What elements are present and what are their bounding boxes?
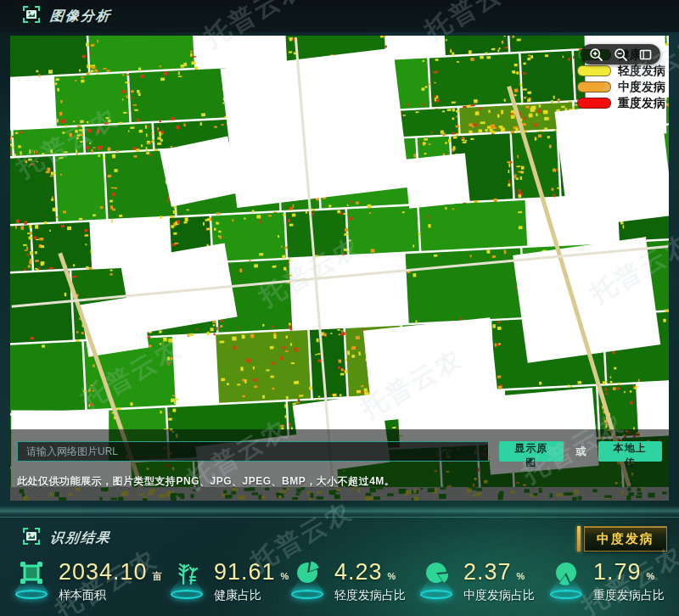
stat-pedestal bbox=[12, 560, 51, 599]
zoom-in-button[interactable] bbox=[586, 45, 606, 64]
badge-accent-bar bbox=[577, 526, 581, 552]
stat-value: 2.37 bbox=[463, 560, 512, 584]
pedestal-ellipse bbox=[15, 590, 48, 599]
map-panel: 健康 轻度发病 中度发病 重度发病 bbox=[10, 36, 669, 501]
show-original-button[interactable]: 显示原图 bbox=[499, 441, 563, 462]
reset-view-icon bbox=[638, 48, 653, 62]
stat-pedestal bbox=[288, 560, 327, 599]
stat-label: 轻度发病占比 bbox=[334, 588, 406, 603]
results-header: 识别结果 中度发病 bbox=[0, 519, 679, 557]
pedestal-ellipse bbox=[420, 590, 452, 599]
stat-unit: 亩 bbox=[153, 570, 162, 583]
stat-pedestal bbox=[167, 560, 206, 599]
zoom-reset-button[interactable] bbox=[635, 45, 655, 64]
stat-sample-area: 2034.10 亩 样本面积 bbox=[12, 560, 162, 603]
legend-item-severe: 重度发病 bbox=[577, 95, 665, 111]
pedestal-ellipse bbox=[291, 590, 323, 599]
stat-label: 中度发病占比 bbox=[463, 588, 535, 603]
stat-unit: % bbox=[647, 571, 655, 581]
legend-item-moderate: 中度发病 bbox=[577, 79, 665, 95]
results-title: 识别结果 bbox=[49, 529, 112, 547]
badge-label: 中度发病 bbox=[584, 526, 667, 552]
stat-moderate-pct: 2.37 % 中度发病占比 bbox=[417, 560, 535, 603]
overall-status-badge: 中度发病 bbox=[577, 526, 667, 552]
stats-row: 2034.10 亩 样本面积 bbox=[0, 557, 679, 616]
pedestal-ellipse bbox=[171, 590, 203, 599]
stat-label: 样本面积 bbox=[59, 588, 162, 603]
upload-note: 此处仅供功能展示，图片类型支持PNG、JPG、JPEG、BMP，大小不超过4M。 bbox=[17, 474, 662, 489]
map-zoom-toolbar bbox=[581, 44, 660, 64]
stat-label: 重度发病占比 bbox=[593, 588, 665, 603]
legend-label: 中度发病 bbox=[618, 80, 665, 95]
stat-mild-pct: 4.23 % 轻度发病占比 bbox=[288, 560, 406, 603]
image-analysis-header: 图像分析 bbox=[0, 0, 679, 32]
stat-value: 2034.10 bbox=[59, 560, 148, 584]
stat-pedestal bbox=[547, 560, 586, 599]
stat-unit: % bbox=[517, 571, 525, 581]
zoom-in-icon bbox=[589, 48, 603, 62]
stat-value: 1.79 bbox=[593, 560, 642, 584]
stat-severe-pct: 1.79 % 重度发病占比 bbox=[547, 560, 665, 603]
legend-swatch-moderate bbox=[577, 81, 611, 92]
stat-healthy-pct: 91.61 % 健康占比 bbox=[167, 560, 289, 603]
zoom-out-icon bbox=[614, 48, 628, 62]
legend-label: 轻度发病 bbox=[618, 64, 665, 79]
image-url-input[interactable] bbox=[17, 441, 489, 462]
legend-item-mild: 轻度发病 bbox=[577, 63, 665, 79]
picture-frame-icon bbox=[22, 5, 41, 27]
section-divider bbox=[0, 506, 679, 518]
legend-swatch-severe bbox=[577, 98, 611, 109]
page-title: 图像分析 bbox=[49, 8, 112, 25]
upload-overlay: 显示原图 或 本地上传 此处仅供功能展示，图片类型支持PNG、JPG、JPEG、… bbox=[10, 429, 669, 501]
stat-value: 91.61 bbox=[214, 560, 276, 584]
legend-swatch-mild bbox=[577, 65, 611, 76]
zoom-out-button[interactable] bbox=[610, 45, 631, 64]
pedestal-ellipse bbox=[550, 590, 582, 599]
stat-label: 健康占比 bbox=[214, 588, 289, 603]
stat-pedestal bbox=[417, 560, 456, 599]
stat-unit: % bbox=[388, 571, 396, 581]
legend-label: 重度发病 bbox=[618, 96, 665, 111]
or-label: 或 bbox=[576, 445, 586, 459]
local-upload-button[interactable]: 本地上传 bbox=[598, 441, 662, 462]
picture-frame-icon bbox=[22, 527, 41, 549]
results-panel: 识别结果 中度发病 bbox=[0, 519, 679, 616]
stat-value: 4.23 bbox=[334, 560, 383, 584]
